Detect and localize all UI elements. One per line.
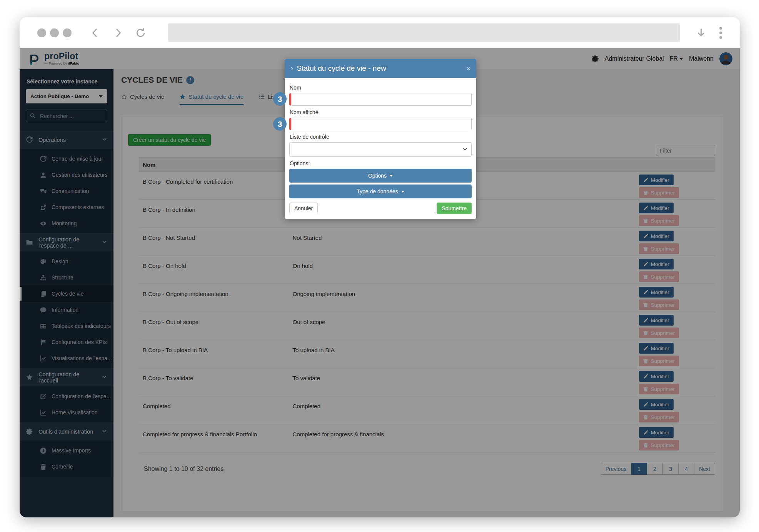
caret-down-icon: [390, 175, 393, 177]
window-dot: [37, 28, 46, 37]
window-dot: [50, 28, 59, 37]
modal-title: Statut du cycle de vie - new: [297, 64, 386, 73]
kebab-menu-icon[interactable]: [719, 27, 722, 39]
url-bar[interactable]: [168, 23, 680, 42]
checklist-label: Liste de contrôle: [290, 134, 472, 140]
display-name-label: Nom affiché: [290, 109, 472, 115]
checklist-select[interactable]: [289, 142, 472, 157]
chevron-right-icon: ›: [290, 64, 293, 73]
submit-button[interactable]: Soumettre: [437, 203, 472, 214]
cancel-button[interactable]: Annuler: [289, 203, 318, 214]
refresh-icon[interactable]: [135, 28, 146, 38]
status-modal: › Statut du cycle de vie - new × Nom Nom…: [285, 59, 476, 219]
browser-window: proPilot — Powered by dFakto Administrat…: [20, 17, 740, 517]
step-badge: 3: [273, 117, 287, 131]
display-name-field[interactable]: [289, 118, 472, 130]
close-icon[interactable]: ×: [466, 65, 470, 72]
modal-header: › Statut du cycle de vie - new ×: [285, 59, 476, 78]
step-badge: 3: [273, 92, 287, 106]
back-icon[interactable]: [90, 28, 100, 38]
caret-down-icon: [401, 191, 404, 193]
download-icon[interactable]: [696, 28, 706, 38]
datatype-dropdown-button[interactable]: Type de données: [289, 185, 472, 198]
app-root: proPilot — Powered by dFakto Administrat…: [20, 48, 740, 517]
options-dropdown-button[interactable]: Options: [289, 169, 472, 183]
window-dot: [63, 28, 72, 37]
name-label: Nom: [290, 85, 472, 91]
window-dots: [37, 28, 72, 37]
name-field[interactable]: [289, 93, 472, 106]
browser-chrome: [20, 17, 740, 48]
options-label: Options:: [290, 160, 472, 166]
forward-icon[interactable]: [113, 28, 123, 38]
